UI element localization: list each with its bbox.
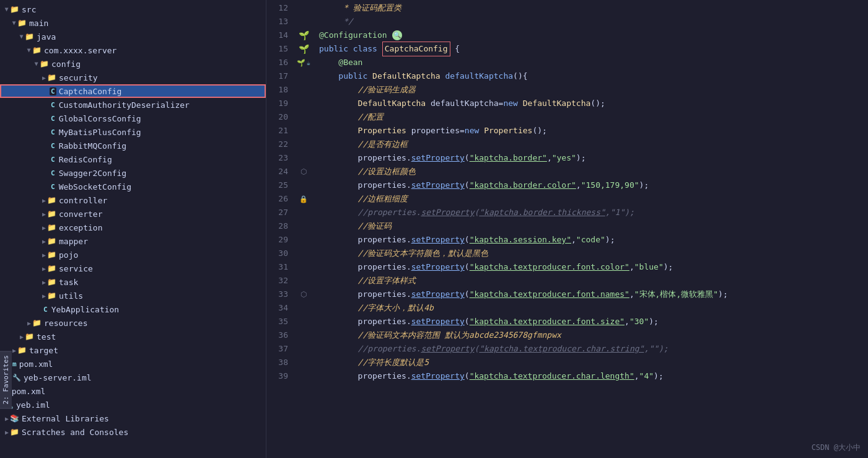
tree-label: mapper <box>59 237 88 246</box>
tree-item-redis[interactable]: C RedisConfig <box>0 152 266 166</box>
code-line-38: //字符长度默认是5 <box>319 356 868 369</box>
gutter-column: 🌱 🌱 🌱 ☕ ⬡ 🔒 <box>294 0 313 458</box>
arrow-icon: ▶ <box>42 224 46 231</box>
code-line-23: properties.setProperty("kaptcha.border",… <box>319 151 868 165</box>
favorites-sidebar[interactable]: 2: Favorites <box>0 351 12 408</box>
tree-item-server[interactable]: ▶ 📁 com.xxxx.server <box>0 43 266 57</box>
leaf-icon: 🌱 <box>299 30 309 40</box>
folder-icon: 📁 <box>47 250 56 259</box>
tree-item-service[interactable]: ▶ 📁 service <box>0 262 266 275</box>
arrow-icon: ▶ <box>5 415 9 422</box>
tree-item-yebapp[interactable]: C YebApplication <box>0 302 266 316</box>
tree-item-yebserveriml[interactable]: 🔧 yeb-server.iml <box>0 371 266 384</box>
tree-item-scratches[interactable]: ▶ 📁 Scratches and Consoles <box>0 425 266 439</box>
lock-icon: 🔒 <box>299 195 308 203</box>
tree-item-exception[interactable]: ▶ 📁 exception <box>0 221 266 234</box>
code-line-22: //是否有边框 <box>319 138 868 151</box>
arrow-icon: ▶ <box>20 333 24 340</box>
watermark: CSDN @大小中 <box>812 443 861 453</box>
tree-label: pom.xml <box>12 387 46 396</box>
code-line-18: //验证码生成器 <box>319 83 868 97</box>
arrow-icon: ▶ <box>42 252 46 258</box>
file-tree-panel[interactable]: ▶ 📁 src ▶ 📁 main ▶ 📁 java ▶ 📁 com.xxxx.s… <box>0 0 266 458</box>
tree-item-mapper[interactable]: ▶ 📁 mapper <box>0 234 266 248</box>
arrow-icon: ▶ <box>42 238 46 245</box>
xml-file-icon: m <box>12 360 17 368</box>
favorites-label[interactable]: 2: Favorites <box>0 351 12 408</box>
tree-item-task[interactable]: ▶ 📁 task <box>0 275 266 289</box>
tree-item-converter[interactable]: ▶ 📁 converter <box>0 207 266 221</box>
tree-item-yebiml[interactable]: 🔧 yeb.iml <box>0 398 266 412</box>
code-line-34: //字体大小，默认4b <box>319 301 868 315</box>
tree-item-config[interactable]: ▶ 📁 config <box>0 57 266 71</box>
tree-item-rabbitmq[interactable]: C RabbitMQConfig <box>0 139 266 152</box>
tree-item-main[interactable]: ▶ 📁 main <box>0 16 266 30</box>
tree-item-resources[interactable]: ▶ 📁 resources <box>0 316 266 330</box>
tree-label: task <box>59 278 78 287</box>
arrow-icon: ▶ <box>27 320 31 327</box>
tree-item-external-libs[interactable]: ▶ 📚 External Libraries <box>0 412 266 425</box>
folder-icon: 📁 <box>40 59 49 68</box>
java-file-icon: C <box>50 128 56 136</box>
folder-icon: 📁 <box>17 19 27 27</box>
arrow-icon: ▶ <box>19 35 25 38</box>
code-line-25: properties.setProperty("kaptcha.border.c… <box>319 178 868 192</box>
tree-item-security[interactable]: ▶ 📁 security <box>0 71 266 84</box>
gutter-28: 🔒 <box>294 192 313 206</box>
tree-label: target <box>29 346 58 355</box>
code-line-13: */ <box>319 15 868 29</box>
tree-item-controller[interactable]: ▶ 📁 controller <box>0 193 266 207</box>
code-content[interactable]: * 验证码配置类 */ @Configuration 🔍 public clas… <box>313 0 868 458</box>
tree-item-pomxml2[interactable]: m pom.xml <box>0 384 266 398</box>
folder-icon: 📁 <box>25 32 34 41</box>
tree-label: converter <box>59 209 102 219</box>
tree-item-swagger2[interactable]: C Swagger2Config <box>0 166 266 180</box>
tree-label: security <box>59 73 98 82</box>
tree-item-utils[interactable]: ▶ 📁 utils <box>0 289 266 302</box>
tree-item-pojo[interactable]: ▶ 📁 pojo <box>0 248 266 262</box>
tree-item-pomxml1[interactable]: m pom.xml <box>0 357 266 371</box>
arrow-icon: ▶ <box>42 279 46 286</box>
tree-item-java[interactable]: ▶ 📁 java <box>0 30 266 43</box>
tree-item-test[interactable]: ▶ 📁 test <box>0 330 266 343</box>
tree-item-src[interactable]: ▶ 📁 src <box>0 2 266 16</box>
folder-icon: 📁 <box>47 73 56 82</box>
code-line-35: properties.setProperty("kaptcha.textprod… <box>319 315 868 328</box>
tree-item-mybatisplus[interactable]: C MyBatisPlusConfig <box>0 125 266 139</box>
code-line-36: //验证码文本内容范围 默认为abcde2345678gfmnpwx <box>319 328 868 342</box>
tree-label: src <box>22 5 36 14</box>
gutter-16: 🌱 ☕ <box>294 56 313 69</box>
tree-label: pojo <box>59 250 78 260</box>
folder-icon: 📁 <box>47 264 56 273</box>
arrow-icon: ▶ <box>42 293 46 299</box>
tree-label: WebSocketConfig <box>59 182 131 192</box>
editor-content[interactable]: 12 13 14 15 16 17 18 19 20 21 22 23 24 2… <box>266 0 868 458</box>
arrow-icon: ▶ <box>42 197 46 204</box>
leaf-icon: 🌱 <box>297 59 305 67</box>
code-line-12: * 验证码配置类 <box>319 1 868 15</box>
tree-item-target[interactable]: ▶ 📁 target <box>0 343 266 357</box>
code-line-21: Properties properties=new Properties(); <box>319 124 868 138</box>
tree-label: Scratches and Consoles <box>22 428 128 437</box>
tree-item-globalcorss[interactable]: C GlobalCorssConfig <box>0 112 266 125</box>
java-file-icon: C <box>50 101 56 109</box>
tree-label: CustomAuthorityDeserializer <box>59 100 190 110</box>
arrow-icon: ▶ <box>5 429 9 436</box>
tree-label: yeb-server.iml <box>24 373 92 382</box>
java-file-icon: C <box>50 156 56 164</box>
code-line-14: @Configuration 🔍 <box>319 29 868 42</box>
code-line-26: //边框粗细度 <box>319 192 868 206</box>
java-file-icon: C <box>50 169 56 177</box>
iml-file-icon: 🔧 <box>12 374 21 382</box>
arrow-icon: ▶ <box>42 265 46 272</box>
tree-item-customauthority[interactable]: C CustomAuthorityDeserializer <box>0 98 266 112</box>
tree-item-websocket[interactable]: C WebSocketConfig <box>0 180 266 193</box>
tree-label: com.xxxx.server <box>44 46 116 55</box>
tree-item-captchaconfig[interactable]: C CaptchaConfig <box>0 84 266 98</box>
folder-icon: 📁 <box>47 237 56 245</box>
gutter-36: ⬡ <box>294 288 313 301</box>
folder-icon: 📁 <box>47 223 56 232</box>
java-file-icon: C <box>50 115 56 123</box>
code-line-20: //配置 <box>319 110 868 124</box>
bean-icon: ☕ <box>307 59 310 66</box>
